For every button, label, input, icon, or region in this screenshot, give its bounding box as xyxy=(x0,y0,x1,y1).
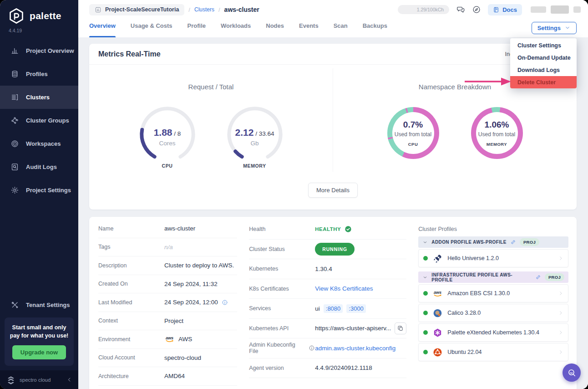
profile-layer-name: Calico 3.28.0 xyxy=(447,310,553,316)
detail-row-health: HealthHEALTHY xyxy=(249,220,406,240)
detail-label-text: Environment xyxy=(98,336,130,343)
profile-section-header[interactable]: ADDON PROFILE AWS-PROFILEPROJ xyxy=(418,236,568,248)
breadcrumb-project-label: Project-ScaleSecureTutoria xyxy=(105,6,179,13)
detail-label: Kubernetes API xyxy=(249,325,315,332)
chat-icon[interactable] xyxy=(456,5,465,14)
docs-button[interactable]: Docs xyxy=(488,4,522,15)
copy-button[interactable] xyxy=(395,322,406,334)
service-port-link[interactable]: :8080 xyxy=(324,304,343,313)
link-icon xyxy=(510,239,516,245)
detail-label: Created On xyxy=(98,281,164,287)
sidebar-item-tenant-settings[interactable]: Tenant Settings xyxy=(0,296,78,315)
detail-label-text: Agent version xyxy=(249,365,284,371)
menu-item-download-logs[interactable]: Download Logs xyxy=(510,64,577,76)
service-port-link[interactable]: :3000 xyxy=(346,304,366,313)
menu-item-label: Download Logs xyxy=(517,67,560,73)
settings-button[interactable]: Settings xyxy=(532,22,577,34)
profile-layer-palette-extended-kubernetes-1-30-4[interactable]: Palette eXtended Kubernetes 1.30.4 xyxy=(418,323,568,342)
chart-icon xyxy=(10,46,19,55)
profile-layer-calico-3-28-0[interactable]: Calico 3.28.0 xyxy=(418,304,568,322)
menu-item-label: Cluster Settings xyxy=(517,42,561,49)
sidebar-item-workspaces[interactable]: Workspaces xyxy=(0,132,78,155)
tab-profile[interactable]: Profile xyxy=(188,18,206,37)
donut-caption: Used from total xyxy=(395,131,431,138)
sidebar-item-clusters[interactable]: Clusters xyxy=(0,86,78,109)
tab-overview[interactable]: Overview xyxy=(89,18,116,37)
pxk-icon xyxy=(432,328,443,338)
menu-item-delete-cluster[interactable]: Delete Cluster xyxy=(510,76,577,88)
sidebar-item-project-overview[interactable]: Project Overview xyxy=(0,39,78,62)
metrics-header: Metrics Real-Time Incl xyxy=(89,44,577,65)
detail-value-text: AWS xyxy=(178,336,192,343)
info-icon[interactable] xyxy=(309,345,315,351)
status-dot xyxy=(423,330,428,335)
detail-row-last-modified: Last Modified24 Sep 2024, 12:00 xyxy=(98,293,237,312)
topbar: Project-ScaleSecureTutoria / Clusters / … xyxy=(78,0,588,18)
profile-layer-name: Palette eXtended Kubernetes 1.30.4 xyxy=(447,329,553,336)
profile-layer-hello-universe-1-2-0[interactable]: Hello Universe 1.2.0 xyxy=(418,249,568,267)
detail-row-admin-kubeconfig-file: Admin Kubeconfig Fileadmin.aws-cluster.k… xyxy=(249,338,406,358)
detail-value: awsAWS xyxy=(164,334,237,344)
redacted-block xyxy=(573,6,581,13)
collapse-sidebar-icon[interactable] xyxy=(66,377,72,383)
tab-scan[interactable]: Scan xyxy=(334,18,348,37)
sidebar-item-profiles[interactable]: Profiles xyxy=(0,62,78,86)
profile-layer-name: Ubuntu 22.04 xyxy=(447,349,553,355)
tab-usage-costs[interactable]: Usage & Costs xyxy=(131,18,172,37)
detail-value: 24 Sep 2024, 12:00 xyxy=(164,299,237,306)
detail-value-text: Cluster to deploy to AWS. xyxy=(164,262,234,269)
metrics-title: Metrics Real-Time xyxy=(98,50,161,58)
sidebar-item-project-settings[interactable]: Project Settings xyxy=(0,179,78,202)
detail-value-text: Project xyxy=(164,317,183,324)
sidebar-item-cluster-groups[interactable]: Cluster Groups xyxy=(0,109,78,132)
menu-item-on-demand-update[interactable]: On-Demand Update xyxy=(510,51,577,64)
upgrade-now-button[interactable]: Upgrade now xyxy=(12,345,66,359)
status-dot xyxy=(423,311,428,315)
svg-text:aws: aws xyxy=(166,336,173,340)
app-window: palette 4.4.19 Project OverviewProfilesC… xyxy=(0,0,588,389)
more-details-button[interactable]: More Details xyxy=(308,183,358,198)
k8s-certificates-link[interactable]: View K8s Certificates xyxy=(315,285,373,292)
info-icon[interactable] xyxy=(222,299,228,306)
tab-events[interactable]: Events xyxy=(299,18,319,37)
redacted-block xyxy=(551,5,569,14)
profile-layer-ubuntu-22-04[interactable]: Ubuntu 22.04 xyxy=(418,343,568,361)
ubuntu-icon xyxy=(432,347,443,358)
profile-layer-amazon-ebs-csi-1-30-0[interactable]: awsAmazon EBS CSI 1.30.0 xyxy=(418,284,568,302)
sidebar-item-audit-logs[interactable]: Audit Logs xyxy=(0,155,78,179)
profile-section-title: ADDON PROFILE AWS-PROFILE xyxy=(431,240,507,245)
detail-label-text: Description xyxy=(98,262,127,269)
chevron-right-icon xyxy=(558,330,563,335)
compass-icon[interactable] xyxy=(472,5,481,14)
breadcrumb-clusters-link[interactable]: Clusters xyxy=(194,6,214,13)
admin-kubeconfig-file-link[interactable]: admin.aws-cluster.kubeconfig xyxy=(315,345,395,352)
profile-section-header[interactable]: INFRASTRUCTURE PROFILE AWS-PROFILEPROJ xyxy=(418,271,568,283)
metrics-body: Request / Total 1.88 / 8CoresCPU2.12 / 3… xyxy=(89,65,577,172)
topbar-right: 1.29/100kCh Docs xyxy=(398,4,581,15)
tab-backups[interactable]: Backups xyxy=(363,18,387,37)
detail-value: aws-cluster xyxy=(164,225,237,232)
detail-value: AMD64 xyxy=(164,373,237,379)
donut-value: 1.06% xyxy=(485,120,509,130)
tab-workloads[interactable]: Workloads xyxy=(221,18,251,37)
detail-row-cluster-status: Cluster StatusRUNNING xyxy=(249,240,406,260)
detail-row-created-on: Created On24 Sep 2024, 11:32 xyxy=(98,275,237,294)
tab-nodes[interactable]: Nodes xyxy=(266,18,284,37)
help-search-fab[interactable] xyxy=(563,363,581,382)
details-left-column: Nameaws-clusterTagsn/aDescriptionCluster… xyxy=(98,220,237,388)
detail-label: Description xyxy=(98,262,164,269)
detail-label: Last Modified xyxy=(98,299,164,306)
gauge-metric-label: MEMORY xyxy=(224,163,286,169)
settings-button-label: Settings xyxy=(537,25,561,31)
detail-value: Project xyxy=(164,317,237,324)
menu-item-cluster-settings[interactable]: Cluster Settings xyxy=(510,39,577,51)
healthy-check-icon xyxy=(345,225,352,233)
sidebar-footer: spectro cloud xyxy=(0,370,78,389)
detail-value: 4.4.9/20240912.1118 xyxy=(315,364,406,371)
detail-label-text: Tags xyxy=(98,244,110,250)
gauge-metric-label: CPU xyxy=(137,163,198,169)
aws-logo-icon: aws xyxy=(164,334,175,344)
profile-section-purple: INFRASTRUCTURE PROFILE AWS-PROFILEPROJaw… xyxy=(418,271,568,361)
breadcrumb-project[interactable]: Project-ScaleSecureTutoria xyxy=(89,4,184,15)
docsearch-icon xyxy=(10,163,19,171)
